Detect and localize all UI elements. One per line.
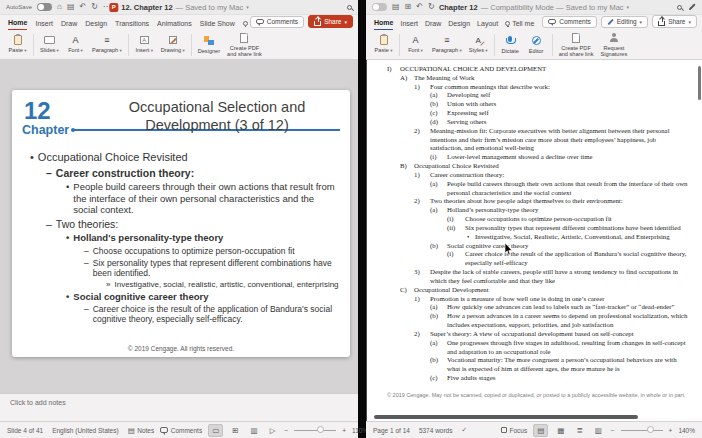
- normal-view-button[interactable]: ▭: [208, 424, 223, 437]
- word-count[interactable]: 5374 words: [419, 427, 453, 434]
- ppt-slide-workspace: 12 Chapter Occupational Selection and De…: [0, 60, 358, 393]
- slide-sorter-view-button[interactable]: ⊞: [229, 425, 241, 436]
- redo-icon[interactable]: ↻: [428, 3, 435, 11]
- zoom-in-button[interactable]: +: [669, 427, 673, 434]
- print-icon[interactable]: ⊞: [405, 3, 412, 11]
- ribbon-editor-button[interactable]: Editor: [524, 34, 549, 55]
- slide-title[interactable]: Occupational Selection and Development (…: [94, 99, 340, 134]
- ribbon-styles-button[interactable]: A Styles: [466, 34, 491, 55]
- gallery-icon[interactable]: ▤: [67, 3, 75, 11]
- print-layout-view-button[interactable]: ▤: [533, 424, 548, 437]
- tab-home[interactable]: Home: [374, 19, 393, 30]
- notes-pane[interactable]: Click to add notes: [0, 393, 358, 421]
- search-icon[interactable]: [347, 5, 352, 10]
- notes-placeholder: Click to add notes: [10, 399, 66, 406]
- zoom-slider[interactable]: [621, 430, 663, 431]
- font-icon: A: [412, 35, 418, 45]
- zoom-slider-knob[interactable]: [647, 426, 654, 433]
- share-button[interactable]: Share ▾: [308, 15, 353, 28]
- ribbon-font-button[interactable]: A Font: [403, 34, 428, 55]
- styles-icon: A: [475, 36, 480, 45]
- bullet-marker: –: [84, 258, 89, 278]
- outline-view-button[interactable]: ≣: [573, 425, 585, 436]
- tell-me-button[interactable]: Tell me: [505, 20, 534, 30]
- undo-icon[interactable]: ↶: [416, 3, 423, 11]
- autosave-toggle[interactable]: [37, 3, 52, 11]
- horizontal-scrollbar[interactable]: [374, 415, 638, 419]
- ribbon-paste-button[interactable]: Paste: [5, 34, 30, 55]
- proofing-status-icon[interactable]: ✓: [461, 426, 466, 434]
- ribbon-create-pdf-button[interactable]: Create PDF and share link: [224, 31, 265, 58]
- editing-mode-button[interactable]: Editing ▾: [601, 16, 648, 28]
- ribbon-designer-button[interactable]: Designer: [195, 34, 223, 55]
- vertical-scrollbar[interactable]: [698, 66, 701, 100]
- home-icon[interactable]: ⌂: [57, 3, 62, 11]
- pencil-icon[interactable]: [689, 4, 696, 11]
- reading-view-button[interactable]: ▥: [248, 425, 261, 436]
- ribbon-dictate-button[interactable]: Dictate: [498, 34, 523, 55]
- tab-draw[interactable]: Draw: [425, 20, 441, 30]
- designer-icon: [204, 36, 214, 45]
- outline-marker: 1): [414, 295, 420, 304]
- ribbon-create-pdf-button[interactable]: Create PDF and share link: [556, 31, 597, 58]
- outline-marker: (i): [447, 215, 453, 224]
- outline-text: Social cognitive career theory: [447, 242, 528, 249]
- comments-button[interactable]: Comments: [250, 16, 304, 28]
- ribbon-paste-button[interactable]: Paste: [371, 34, 396, 55]
- ribbon-divider: [33, 34, 34, 56]
- zoom-out-button[interactable]: −: [611, 427, 615, 434]
- gallery-icon[interactable]: ▤: [392, 3, 400, 11]
- tab-design[interactable]: Design: [85, 20, 107, 30]
- tab-transitions[interactable]: Transitions: [115, 20, 149, 30]
- zoom-level[interactable]: 140%: [678, 427, 695, 434]
- tab-animations[interactable]: Animations: [157, 20, 192, 30]
- zoom-in-button[interactable]: +: [342, 427, 346, 434]
- comments-button[interactable]: Comments: [542, 16, 596, 28]
- outline-text: Super’s theory: A view of occupational d…: [430, 330, 634, 337]
- bullet-marker: •: [30, 151, 34, 164]
- tab-insert[interactable]: Insert: [400, 20, 418, 30]
- autosave-toggle[interactable]: [372, 3, 387, 11]
- zoom-slider-knob[interactable]: [317, 426, 324, 433]
- notes-toggle[interactable]: ▤ Notes: [128, 426, 155, 435]
- tab-design[interactable]: Design: [448, 20, 470, 30]
- zoom-slider[interactable]: [294, 430, 336, 431]
- tab-draw[interactable]: Draw: [61, 20, 77, 30]
- ribbon-drawing-button[interactable]: Drawing: [158, 34, 188, 55]
- tab-insert[interactable]: Insert: [35, 20, 53, 30]
- focus-icon: [501, 427, 507, 433]
- outline-text: Developing self: [447, 91, 490, 98]
- ribbon-font-button[interactable]: A Font: [63, 34, 88, 55]
- redo-icon[interactable]: ↻: [91, 3, 98, 11]
- web-layout-view-button[interactable]: ▦: [554, 425, 567, 436]
- draft-view-button[interactable]: ▥: [592, 425, 605, 436]
- outline-item: (b)Social cognitive career theory: [387, 242, 689, 251]
- ribbon-paragraph-button[interactable]: ≡ Paragraph: [89, 34, 125, 55]
- outline-marker: (a): [430, 91, 438, 100]
- search-icon[interactable]: [677, 5, 682, 10]
- ppt-tabbar: Home Insert Draw Design Transitions Anim…: [0, 15, 358, 30]
- outline-marker: (i): [430, 153, 436, 162]
- tab-slide-show[interactable]: Slide Show: [200, 20, 235, 30]
- ribbon-insert-button[interactable]: A Insert: [132, 34, 157, 55]
- ribbon-divider: [494, 34, 495, 56]
- zoom-out-button[interactable]: −: [284, 427, 288, 434]
- document-page[interactable]: I)OCCUPATIONAL CHOICE AND DEVELOPMENTA)T…: [367, 60, 702, 399]
- focus-mode-button[interactable]: Focus: [501, 427, 527, 434]
- slide-body-text[interactable]: •Occupational Choice Revisited–Career co…: [22, 151, 340, 324]
- comments-toggle[interactable]: Comments: [160, 427, 202, 434]
- page-indicator[interactable]: Page 1 of 14: [373, 427, 410, 434]
- outline-marker: 1): [414, 171, 420, 180]
- ribbon-paragraph-button[interactable]: ≡ Paragraph: [429, 34, 465, 55]
- outline-text: Two theories about how people adapt them…: [430, 197, 623, 204]
- ribbon-request-signatures-button[interactable]: Request Signatures: [597, 31, 630, 58]
- tab-home[interactable]: Home: [8, 19, 27, 30]
- slideshow-button[interactable]: ▷: [267, 425, 279, 436]
- tab-layout[interactable]: Layout: [477, 20, 498, 30]
- bullet-text: Six personality types that represent dif…: [93, 258, 340, 278]
- share-button[interactable]: Share ▾: [652, 15, 697, 28]
- ribbon-slides-button[interactable]: Slides: [37, 34, 62, 55]
- language-indicator[interactable]: English (United States): [52, 427, 118, 434]
- undo-icon[interactable]: ↶: [79, 3, 86, 11]
- slide-canvas[interactable]: 12 Chapter Occupational Selection and De…: [12, 90, 350, 357]
